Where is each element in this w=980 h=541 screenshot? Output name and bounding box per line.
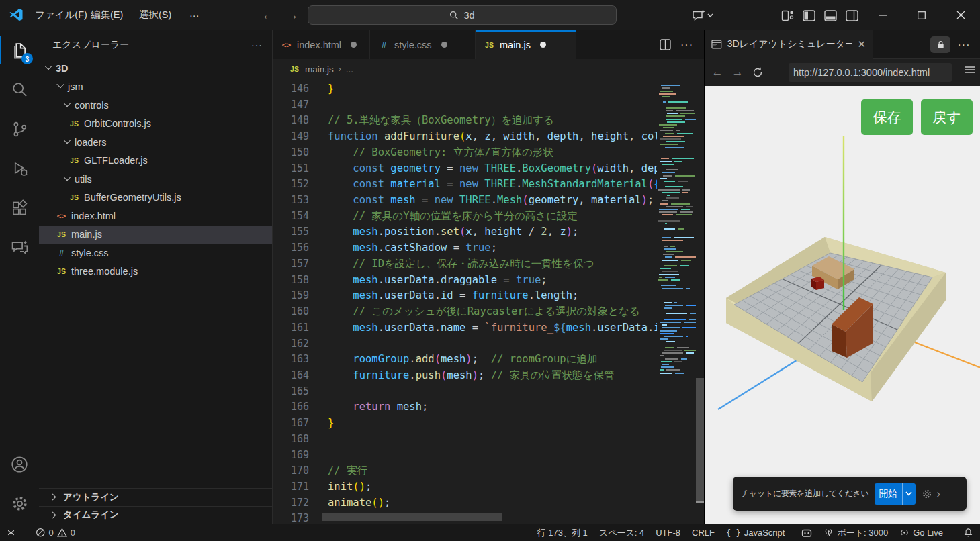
- menu-selection[interactable]: 選択(S): [132, 0, 178, 30]
- code-line[interactable]: 157 // IDを設定し、保存・読み込み時に一貫性を保つ: [273, 256, 657, 273]
- activity-explorer[interactable]: 3: [0, 30, 39, 70]
- code-line[interactable]: 158 mesh.userData.draggable = true;: [273, 273, 657, 289]
- tree-item-OrbitControls-js[interactable]: JSOrbitControls.js: [39, 115, 272, 134]
- vertical-scrollbar[interactable]: [696, 378, 704, 503]
- code-line[interactable]: 146}: [273, 81, 657, 97]
- minimap[interactable]: [657, 79, 696, 524]
- menu-more[interactable]: ···: [183, 0, 206, 30]
- activity-run-debug[interactable]: [0, 149, 39, 189]
- history-back-button[interactable]: ←: [259, 7, 277, 24]
- modified-dot[interactable]: [540, 42, 546, 48]
- code-line[interactable]: 170// 実行: [273, 463, 657, 479]
- encoding[interactable]: UTF-8: [656, 528, 680, 538]
- activity-source-control[interactable]: [0, 109, 39, 149]
- outline-section[interactable]: アウトライン: [39, 488, 272, 506]
- tree-item-jsm[interactable]: jsm: [39, 78, 272, 97]
- close-browser-tab-icon[interactable]: ✕: [857, 38, 866, 50]
- maximize-button[interactable]: [902, 0, 941, 30]
- history-forward-button[interactable]: →: [283, 7, 301, 24]
- lock-icon[interactable]: [930, 36, 950, 53]
- browser-back-icon[interactable]: ←: [707, 63, 727, 82]
- code-line[interactable]: 164 furniture.push(mesh); // 家具の位置状態を保管: [273, 368, 657, 384]
- code-line[interactable]: 172animate();: [273, 495, 657, 511]
- code-line[interactable]: 166 return mesh;: [273, 399, 657, 415]
- toggle-panel-icon[interactable]: [821, 7, 840, 24]
- code-line[interactable]: 160 // このメッシュが後にRaycasterによる選択の対象となる: [273, 304, 657, 320]
- close-window-button[interactable]: [941, 0, 980, 30]
- toggle-secondary-sidebar-icon[interactable]: [842, 7, 861, 24]
- code-line[interactable]: 169: [273, 448, 657, 464]
- browser-menu-icon[interactable]: [964, 64, 976, 75]
- code-editor[interactable]: 146}147148// 5.単純な家具（BoxGeometry）を追加する14…: [273, 79, 657, 524]
- chat-settings-gear-icon[interactable]: [922, 489, 932, 499]
- code-line[interactable]: 162: [273, 336, 657, 352]
- horizontal-scrollbar[interactable]: [322, 513, 502, 521]
- tree-item-index-html[interactable]: <>index.html: [39, 207, 272, 226]
- code-line[interactable]: 161 mesh.userData.name = `furniture_${me…: [273, 320, 657, 336]
- tab-style-css[interactable]: # style.css: [370, 30, 476, 59]
- cursor-position[interactable]: 行 173、列 1: [537, 527, 588, 539]
- extension-status-icon[interactable]: [801, 528, 812, 538]
- activity-search[interactable]: [0, 70, 39, 109]
- browser-reload-icon[interactable]: [748, 63, 768, 82]
- code-line[interactable]: 159 mesh.userData.id = furniture.length;: [273, 288, 657, 304]
- explorer-actions-icon[interactable]: ···: [251, 40, 263, 50]
- eol-sequence[interactable]: CRLF: [692, 528, 715, 538]
- tree-item-GLTFLoader-js[interactable]: JSGLTFLoader.js: [39, 152, 272, 170]
- tree-item-BufferGeometryUtils-js[interactable]: JSBufferGeometryUtils.js: [39, 189, 272, 207]
- tab-main-js[interactable]: JS main.js: [476, 30, 576, 59]
- notifications-bell-icon[interactable]: [963, 528, 973, 538]
- start-button[interactable]: 開始: [875, 483, 916, 505]
- code-line[interactable]: 152 const material = new THREE.MeshStand…: [273, 177, 657, 193]
- tree-item-main-js[interactable]: JSmain.js: [39, 226, 272, 244]
- tree-item-three-module-js[interactable]: JSthree.module.js: [39, 262, 272, 281]
- code-line[interactable]: 156 mesh.castShadow = true;: [273, 240, 657, 256]
- port-indicator[interactable]: ポート: 3000: [823, 527, 888, 539]
- modified-dot[interactable]: [351, 42, 357, 48]
- go-live[interactable]: Go Live: [899, 528, 943, 538]
- code-line[interactable]: 165: [273, 384, 657, 400]
- code-line[interactable]: 171init();: [273, 479, 657, 495]
- browser-url-input[interactable]: http://127.0.0.1:3000/index.html: [789, 63, 952, 82]
- browser-forward-icon[interactable]: →: [727, 63, 748, 82]
- code-line[interactable]: 168: [273, 432, 657, 448]
- account-icon[interactable]: [0, 444, 39, 484]
- tab-index-html[interactable]: <> index.html: [273, 30, 370, 59]
- breadcrumb[interactable]: JS main.js › ...: [273, 59, 704, 79]
- customize-layout-icon[interactable]: [778, 7, 797, 24]
- tree-item-utils[interactable]: utils: [39, 170, 272, 189]
- code-line[interactable]: 153 const mesh = new THREE.Mesh(geometry…: [273, 193, 657, 209]
- code-line[interactable]: 167}: [273, 415, 657, 432]
- split-editor-icon[interactable]: [660, 39, 671, 50]
- code-line[interactable]: 149function addFurniture(x, z, width, de…: [273, 129, 657, 145]
- settings-gear-icon[interactable]: [0, 484, 39, 524]
- editor-more-actions-icon[interactable]: ···: [680, 39, 693, 51]
- activity-extensions[interactable]: [0, 189, 39, 228]
- problems-indicator[interactable]: 0 0: [36, 528, 75, 538]
- indentation[interactable]: スペース: 4: [599, 527, 644, 539]
- timeline-section[interactable]: タイムライン: [39, 506, 272, 524]
- tree-item-controls[interactable]: controls: [39, 96, 272, 115]
- code-line[interactable]: 148// 5.単純な家具（BoxGeometry）を追加する: [273, 113, 657, 129]
- browser-tab[interactable]: 3Dレイアウトシミュレーター ✕: [705, 30, 873, 59]
- browser-more-actions-icon[interactable]: ···: [956, 36, 972, 53]
- chat-expand-icon[interactable]: ›: [937, 488, 940, 500]
- modified-dot[interactable]: [441, 42, 447, 48]
- toggle-sidebar-icon[interactable]: [799, 7, 818, 24]
- tree-item-loaders[interactable]: loaders: [39, 133, 272, 152]
- command-center-search[interactable]: 3d: [308, 5, 617, 25]
- copilot-chat-icon[interactable]: [691, 7, 715, 24]
- save-button[interactable]: 保存: [861, 99, 913, 135]
- tree-item-3D[interactable]: 3D: [39, 59, 272, 78]
- code-line[interactable]: 147: [273, 97, 657, 113]
- menu-edit[interactable]: 編集(E): [84, 0, 130, 30]
- minimize-button[interactable]: [863, 0, 902, 30]
- threejs-canvas[interactable]: [705, 86, 980, 524]
- code-line[interactable]: 151 const geometry = new THREE.BoxGeomet…: [273, 161, 657, 177]
- code-line[interactable]: 154 // 家具のY軸の位置を床から半分の高さに設定: [273, 209, 657, 225]
- reset-button[interactable]: 戻す: [921, 99, 973, 135]
- activity-chat[interactable]: [0, 228, 39, 268]
- remote-indicator[interactable]: [6, 528, 16, 538]
- code-line[interactable]: 155 mesh.position.set(x, height / 2, z);: [273, 224, 657, 240]
- language-mode[interactable]: { } JavaScript: [726, 528, 785, 538]
